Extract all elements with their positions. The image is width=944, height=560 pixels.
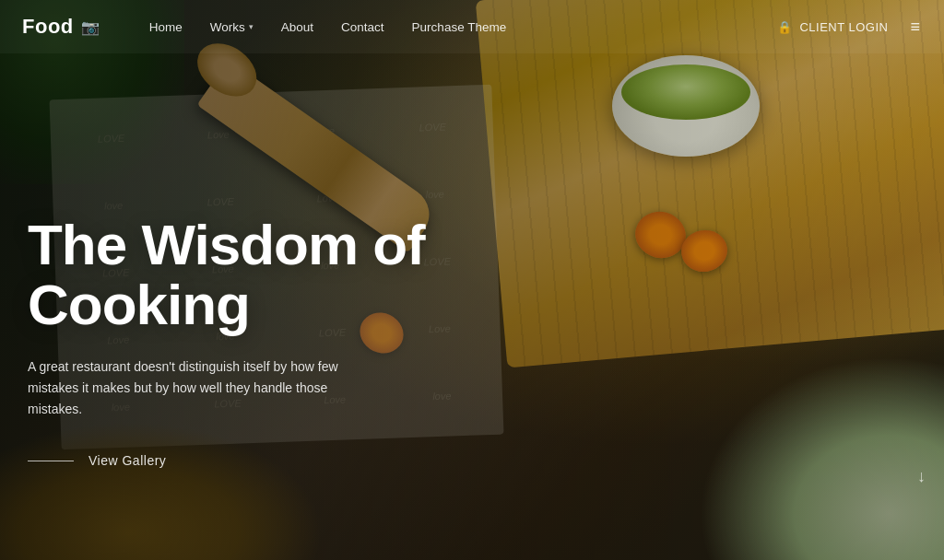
nav-contact[interactable]: Contact <box>328 15 397 40</box>
nav-works[interactable]: Works ▾ <box>197 15 266 40</box>
view-gallery-button[interactable]: View Gallery <box>28 453 544 468</box>
logo-text: Food <box>22 15 74 39</box>
hamburger-menu-icon[interactable]: ≡ <box>910 18 922 37</box>
lock-icon: 🔒 <box>777 20 793 34</box>
hero-content: The Wisdom of Cooking A great restaurant… <box>28 215 544 468</box>
client-login-button[interactable]: 🔒 CLIENT LOGIN <box>777 20 889 34</box>
nav-home[interactable]: Home <box>136 15 195 40</box>
hero-subtitle: A great restaurant doesn't distinguish i… <box>28 356 378 420</box>
cta-label: View Gallery <box>88 453 166 468</box>
hero-title: The Wisdom of Cooking <box>28 215 544 334</box>
logo[interactable]: Food 📷 <box>22 15 100 39</box>
client-login-label: CLIENT LOGIN <box>799 20 888 34</box>
nav-purchase-theme[interactable]: Purchase Theme <box>399 15 520 40</box>
nav-links: Home Works ▾ About Contact Purchase Them… <box>136 15 777 40</box>
camera-icon: 📷 <box>81 18 100 36</box>
hero-section: LOVELoveloveLOVE loveLOVELovelove LOVELo… <box>0 0 944 560</box>
nav-about[interactable]: About <box>268 15 326 40</box>
scroll-down-indicator[interactable]: ↓ <box>917 467 926 486</box>
navbar: Food 📷 Home Works ▾ About Contact Purcha… <box>0 0 944 53</box>
cta-line <box>28 461 74 461</box>
nav-right: 🔒 CLIENT LOGIN ≡ <box>777 18 922 37</box>
chevron-down-icon: ▾ <box>249 22 254 31</box>
